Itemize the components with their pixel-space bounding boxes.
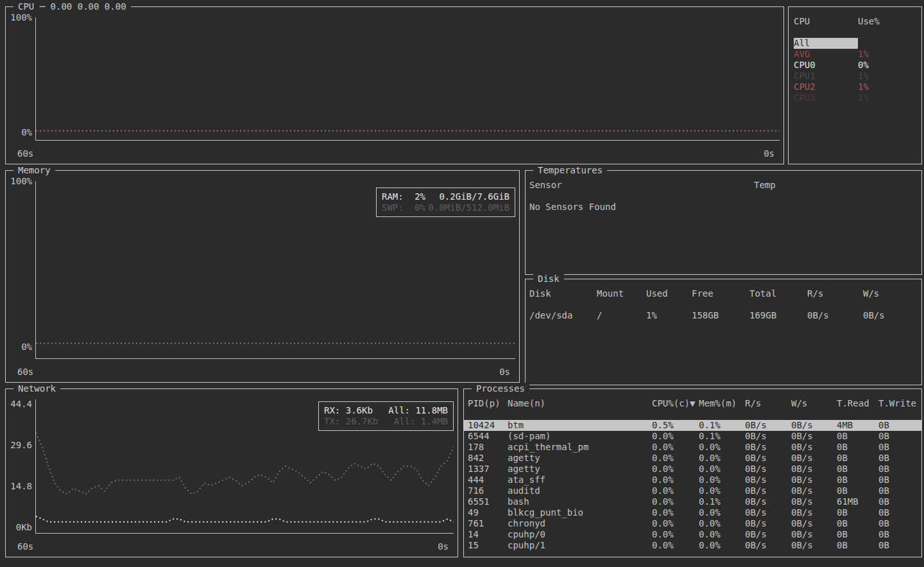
process-cell: 0B/s	[745, 540, 791, 551]
network-chart-body: 44.429.614.80Kb RX: 3.6KbAll: 11.8MBTX: …	[6, 399, 454, 534]
network-panel-title: Network	[13, 383, 60, 394]
process-cell: 0B	[837, 453, 878, 464]
process-column-header[interactable]: T.Read	[837, 398, 878, 409]
process-cell: 0B	[878, 496, 921, 507]
memory-x-right-label: 0s	[499, 367, 510, 378]
process-cell: 0B	[878, 529, 921, 540]
cpu-legend-row-avg[interactable]: AVG1%	[789, 49, 921, 60]
cpu-chart-body: 100%0%	[6, 17, 780, 141]
cpu-legend-row-cpu0[interactable]: CPU00%	[789, 60, 921, 71]
process-row-chronyd[interactable]: 761chronyd0.0%0.0%0B/s0B/s0B0B	[464, 518, 921, 529]
disk-row[interactable]: /dev/sda/1%158GB169GB0B/s0B/s	[526, 310, 921, 321]
process-row-btm[interactable]: 10424btm0.5%0.1%0B/s0B/s4MB0B	[464, 420, 921, 431]
network-legend-rows: RX: 3.6KbAll: 11.8MBTX: 26.7KbAll: 1.4MB	[324, 405, 448, 427]
process-column-header[interactable]: CPU%(c)▼	[652, 398, 699, 409]
network-panel[interactable]: Network 44.429.614.80Kb RX: 3.6KbAll: 11…	[5, 388, 458, 557]
process-cell: 0.0%	[699, 507, 745, 518]
disk-panel[interactable]: Disk DiskMountUsedFreeTotalR/sW/s /dev/s…	[525, 279, 922, 385]
process-cell: cpuhp/1	[508, 540, 652, 551]
process-row-blkcg_punt_bio[interactable]: 49blkcg_punt_bio0.0%0.0%0B/s0B/s0B0B	[464, 507, 921, 518]
cpu-legend-row-cpu3[interactable]: CPU31%	[789, 92, 921, 103]
process-cell: blkcg_punt_bio	[508, 507, 652, 518]
net-y-tick-label: 0Kb	[16, 522, 32, 532]
process-row-acpi_thermal_pm[interactable]: 178acpi_thermal_pm0.0%0.0%0B/s0B/s0B0B	[464, 442, 921, 453]
cpu-legend-column-use[interactable]: Use%	[858, 16, 921, 27]
process-row-bash[interactable]: 6551bash0.0%0.1%0B/s0B/s61MB0B	[464, 496, 921, 507]
process-column-header[interactable]: R/s	[745, 398, 791, 409]
process-cell: 0.5%	[652, 420, 699, 431]
process-row-cpuhp/1[interactable]: 15cpuhp/10.0%0.0%0B/s0B/s0B0B	[464, 540, 921, 551]
disk-column-header: Free	[692, 288, 749, 299]
process-cell: 61MB	[837, 496, 878, 507]
cpu-entry-use-percent: 1%	[858, 92, 921, 103]
process-cell: 0B	[878, 431, 921, 442]
process-column-header[interactable]: Mem%(m)	[699, 398, 745, 409]
network-legend-total: All: 11.8MB	[388, 405, 448, 416]
process-cell: 0B	[837, 442, 878, 453]
temperatures-panel[interactable]: Temperatures Sensor Temp No Sensors Foun…	[525, 170, 922, 275]
process-cell: 0B/s	[791, 475, 837, 485]
process-column-header[interactable]: PID(p)	[468, 398, 508, 409]
process-cell: 0.0%	[699, 453, 745, 464]
cpu-entry-label: CPU1	[794, 71, 858, 82]
process-row-agetty[interactable]: 1337agetty0.0%0.0%0B/s0B/s0B0B	[464, 464, 921, 475]
process-column-header[interactable]: Name(n)	[508, 398, 652, 409]
memory-x-left-label: 60s	[17, 367, 33, 378]
cpu-legend-row-cpu2[interactable]: CPU21%	[789, 82, 921, 92]
cpu-x-axis-labels: 60s 0s	[17, 148, 774, 159]
network-legend-row-tx: TX: 26.7KbAll: 1.4MB	[324, 416, 448, 427]
process-row-(sd-pam)[interactable]: 6544(sd-pam)0.0%0.1%0B/s0B/s0B0B	[464, 431, 921, 442]
process-cell: 0.0%	[652, 442, 699, 453]
memory-legend-row-swp: SWP:0%0.0MiB/512.0MiB	[382, 202, 509, 213]
process-cell: 4MB	[837, 420, 878, 431]
process-row-auditd[interactable]: 716auditd0.0%0.0%0B/s0B/s0B0B	[464, 485, 921, 496]
process-cell: 1337	[468, 464, 508, 475]
memory-panel[interactable]: Memory 100%0% RAM:2%0.2GiB/7.6GiBSWP:0%0…	[5, 170, 520, 383]
process-cell: agetty	[508, 453, 652, 464]
process-cell: agetty	[508, 464, 652, 475]
processes-panel[interactable]: Processes PID(p)Name(n)CPU%(c)▼Mem%(m)R/…	[463, 388, 922, 557]
disk-table: DiskMountUsedFreeTotalR/sW/s /dev/sda/1%…	[526, 280, 921, 384]
net-y-tick-label: 29.6	[10, 440, 32, 450]
cpu-plot-area	[35, 17, 780, 141]
process-cell: 0B	[837, 464, 878, 475]
cpu-usage-graph	[36, 17, 780, 140]
temperatures-table: Sensor Temp No Sensors Found	[526, 171, 921, 274]
memory-legend-amount: 0.0MiB/512.0MiB	[425, 202, 509, 213]
process-cell: 0B	[878, 453, 921, 464]
cpu-legend-column-cpu[interactable]: CPU	[794, 16, 858, 27]
process-cell: 0.1%	[699, 431, 745, 442]
disk-column-header: W/s	[863, 288, 921, 299]
cpu-legend-table: CPU Use% AllAVG1%CPU00%CPU11%CPU21%CPU31…	[789, 8, 921, 163]
process-column-header[interactable]: W/s	[791, 398, 837, 409]
process-row-cpuhp/0[interactable]: 14cpuhp/00.0%0.0%0B/s0B/s0B0B	[464, 529, 921, 540]
process-cell: 0.1%	[699, 420, 745, 431]
process-cell: 0.0%	[652, 540, 699, 551]
process-row-agetty[interactable]: 842agetty0.0%0.0%0B/s0B/s0B0B	[464, 453, 921, 464]
process-cell: 0B/s	[791, 507, 837, 518]
process-cell: btm	[508, 420, 652, 431]
disk-column-header: R/s	[807, 288, 863, 299]
process-cell: 0B	[837, 507, 878, 518]
cpu-legend-row-all[interactable]: All	[789, 38, 921, 49]
process-cell: 0B	[837, 540, 878, 551]
process-cell: 0B/s	[745, 475, 791, 485]
process-cell: 0B/s	[745, 464, 791, 475]
process-column-header[interactable]: T.Write	[878, 398, 921, 409]
cpu-entry-label: CPU3	[794, 92, 858, 103]
process-row-ata_sff[interactable]: 444ata_sff0.0%0.0%0B/s0B/s0B0B	[464, 475, 921, 485]
process-cell: 0B/s	[745, 453, 791, 464]
temperatures-column-temp[interactable]: Temp	[754, 180, 921, 191]
process-cell: 0B/s	[791, 453, 837, 464]
process-cell: 0.0%	[652, 431, 699, 442]
disk-cell: 1%	[646, 310, 692, 321]
process-cell: 0B/s	[791, 540, 837, 551]
cpu-entry-use-percent: 1%	[858, 49, 921, 60]
cpu-y-tick-label: 0%	[21, 127, 32, 137]
cpu-legend-row-cpu1[interactable]: CPU11%	[789, 71, 921, 82]
cpu-legend-panel[interactable]: CPU Use% AllAVG1%CPU00%CPU11%CPU21%CPU31…	[788, 6, 922, 164]
temperatures-column-sensor[interactable]: Sensor	[529, 180, 754, 191]
cpu-entry-use-percent: 1%	[858, 71, 921, 82]
process-cell: 6551	[468, 496, 508, 507]
cpu-panel[interactable]: CPU ─ 0.00 0.00 0.00 100%0% 60s 0s	[5, 6, 784, 164]
